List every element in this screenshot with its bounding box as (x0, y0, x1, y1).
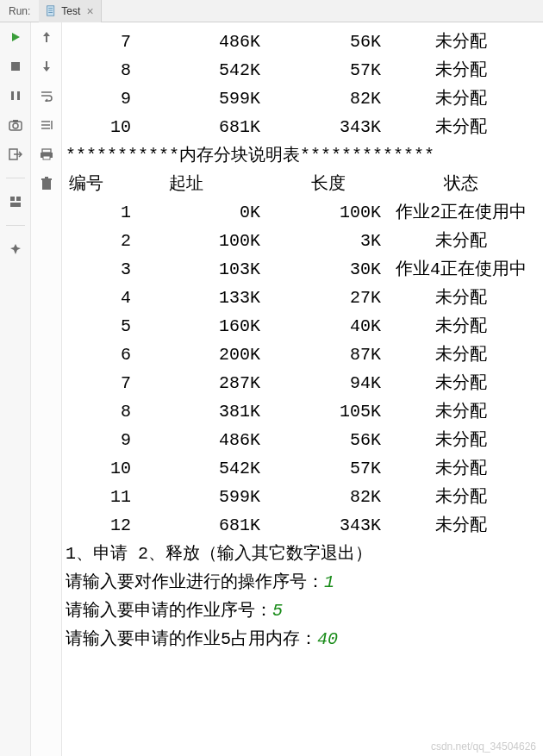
cell-addr: 160K (134, 312, 264, 341)
pause-icon[interactable] (8, 88, 23, 103)
cell-status: 未分配 (384, 341, 538, 369)
cell-status: 未分配 (384, 312, 538, 341)
header-addr: 起址 (134, 170, 264, 198)
cell-status: 未分配 (384, 426, 538, 454)
cell-id: 8 (66, 397, 134, 426)
cell-id: 6 (66, 341, 134, 369)
cell-addr: 287K (134, 369, 264, 397)
console-output[interactable]: 7486K56K未分配8542K57K未分配9599K82K未分配10681K3… (62, 22, 543, 756)
table-row: 4133K27K未分配 (66, 284, 538, 312)
cell-status: 未分配 (384, 397, 538, 426)
table-row: 9599K82K未分配 (66, 84, 538, 113)
table-row: 12681K343K未分配 (66, 511, 538, 540)
cell-len: 56K (264, 426, 384, 454)
table-row: 10681K343K未分配 (66, 113, 538, 141)
run-icon[interactable] (8, 29, 23, 45)
cell-len: 56K (264, 28, 384, 56)
table-row: 8542K57K未分配 (66, 56, 538, 84)
prompt-line: 请输入要对作业进行的操作序号：1 (66, 568, 538, 597)
tab-label: Test (61, 5, 80, 17)
user-input: 1 (324, 572, 334, 592)
watermark: csdn.net/qq_34504626 (431, 740, 536, 753)
cell-status: 未分配 (384, 454, 538, 483)
tab-test[interactable]: Test × (39, 0, 101, 22)
cell-id: 10 (66, 113, 134, 141)
menu-prompt: 1、申请 2、释放（输入其它数字退出） (66, 540, 538, 568)
left-gutter-1 (0, 22, 31, 756)
cell-addr: 599K (134, 483, 264, 511)
wrap-icon[interactable] (39, 88, 54, 103)
arrow-down-icon[interactable] (39, 59, 54, 74)
cell-addr: 486K (134, 426, 264, 454)
table-row: 10542K57K未分配 (66, 454, 538, 483)
table-row: 3103K30K作业4正在使用中 (66, 255, 538, 284)
cell-len: 100K (264, 198, 384, 227)
header-len: 长度 (264, 170, 384, 198)
svg-rect-19 (45, 177, 48, 178)
svg-point-8 (13, 123, 18, 128)
cell-len: 343K (264, 113, 384, 141)
cell-addr: 681K (134, 113, 264, 141)
arrow-up-icon[interactable] (39, 29, 54, 45)
cell-id: 11 (66, 483, 134, 511)
cell-len: 87K (264, 341, 384, 369)
cell-len: 57K (264, 454, 384, 483)
cell-len: 30K (264, 255, 384, 284)
table-row: 8381K105K未分配 (66, 397, 538, 426)
header-id: 编号 (66, 170, 134, 198)
main-area: 7486K56K未分配8542K57K未分配9599K82K未分配10681K3… (0, 22, 543, 756)
cell-status: 未分配 (384, 284, 538, 312)
cell-id: 1 (66, 198, 134, 227)
cell-len: 343K (264, 511, 384, 540)
cell-status: 未分配 (384, 511, 538, 540)
prompt-line: 请输入要申请的作业序号：5 (66, 597, 538, 625)
scroll-end-icon[interactable] (39, 117, 54, 133)
trash-icon[interactable] (39, 176, 54, 191)
cell-id: 7 (66, 369, 134, 397)
svg-rect-13 (10, 203, 21, 207)
svg-rect-16 (43, 156, 50, 159)
cell-id: 5 (66, 312, 134, 341)
table-row: 9486K56K未分配 (66, 426, 538, 454)
svg-rect-6 (17, 91, 20, 100)
cell-addr: 486K (134, 28, 264, 56)
pin-icon[interactable] (8, 241, 23, 257)
run-tab-bar: Run: Test × (0, 0, 543, 22)
cell-addr: 542K (134, 454, 264, 483)
cell-len: 40K (264, 312, 384, 341)
svg-rect-3 (49, 12, 53, 13)
cell-status: 作业2正在使用中 (384, 198, 538, 227)
cell-status: 未分配 (384, 483, 538, 511)
print-icon[interactable] (39, 147, 54, 162)
cell-id: 12 (66, 511, 134, 540)
table-row: 7486K56K未分配 (66, 28, 538, 56)
cell-id: 9 (66, 84, 134, 113)
stop-icon[interactable] (8, 59, 23, 74)
svg-rect-1 (49, 8, 53, 9)
cell-addr: 542K (134, 56, 264, 84)
cell-id: 4 (66, 284, 134, 312)
cell-len: 27K (264, 284, 384, 312)
close-icon[interactable]: × (86, 5, 93, 17)
exit-icon[interactable] (8, 147, 23, 162)
run-label: Run: (0, 5, 39, 17)
cell-status: 未分配 (384, 56, 538, 84)
cell-addr: 100K (134, 227, 264, 255)
cell-len: 94K (264, 369, 384, 397)
svg-rect-14 (42, 149, 51, 153)
cell-status: 未分配 (384, 227, 538, 255)
prompt-text: 请输入要对作业进行的操作序号： (66, 572, 324, 592)
svg-rect-17 (42, 180, 51, 190)
cell-addr: 681K (134, 511, 264, 540)
svg-rect-4 (11, 62, 20, 71)
banner: ***********内存分块说明表************* (66, 141, 538, 170)
svg-rect-18 (41, 178, 52, 180)
svg-rect-11 (10, 197, 15, 201)
table-row: 6200K87K未分配 (66, 341, 538, 369)
layout-icon[interactable] (8, 194, 23, 209)
prompt-text: 请输入要申请的作业序号： (66, 601, 272, 621)
cell-len: 82K (264, 84, 384, 113)
camera-icon[interactable] (8, 117, 23, 133)
table-row: 5160K40K未分配 (66, 312, 538, 341)
cell-status: 未分配 (384, 28, 538, 56)
